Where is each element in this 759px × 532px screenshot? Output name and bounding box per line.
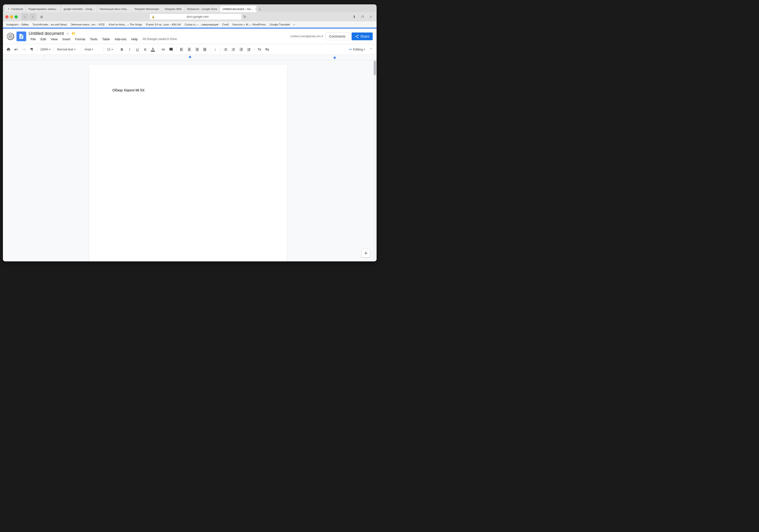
tab-telegram[interactable]: Telegram Messenger bbox=[132, 6, 162, 12]
comment-icon bbox=[169, 48, 173, 52]
indent-more-button[interactable] bbox=[245, 46, 253, 53]
editing-mode-button[interactable]: ✏ Editing ▾ bbox=[347, 46, 367, 53]
toolbar-divider-8 bbox=[210, 47, 210, 52]
menu-view[interactable]: View bbox=[49, 37, 60, 42]
line-spacing-button[interactable]: ↕ bbox=[212, 46, 219, 53]
collapse-toolbar-button[interactable]: ⌃ bbox=[367, 46, 375, 53]
docs-main-area: Обзор Xiaomi Mi 5X bbox=[3, 60, 377, 261]
share-page-button[interactable]: ⊓ bbox=[359, 13, 366, 20]
print-icon bbox=[7, 48, 11, 52]
toolbar-divider-5 bbox=[116, 47, 117, 52]
numbered-list-button[interactable] bbox=[222, 46, 229, 53]
docs-sidebar-right bbox=[333, 60, 373, 261]
tab-close-icon[interactable]: ✕ bbox=[255, 8, 257, 11]
font-size-select[interactable]: 11 ▾ bbox=[105, 46, 115, 53]
docs-hamburger-menu[interactable] bbox=[7, 33, 14, 40]
indent-less-button[interactable] bbox=[238, 46, 245, 53]
bookmark-instagram[interactable]: Instagram – Лайки bbox=[5, 22, 30, 26]
close-button[interactable] bbox=[5, 15, 9, 19]
toolbar-divider-7 bbox=[176, 47, 177, 52]
bold-button[interactable]: B bbox=[118, 46, 125, 53]
menu-insert[interactable]: Insert bbox=[60, 37, 72, 42]
redo-button[interactable] bbox=[20, 46, 28, 53]
toolbar-divider-9 bbox=[220, 47, 220, 52]
scrollbar-thumb[interactable] bbox=[374, 60, 376, 75]
strikethrough-button[interactable]: S bbox=[141, 46, 149, 53]
tab-telegram-web[interactable]: Telegram Web bbox=[162, 6, 184, 12]
url-text[interactable]: docs.google.com bbox=[156, 15, 239, 19]
tab-facebook[interactable]: f Facebook bbox=[5, 6, 25, 12]
menu-table[interactable]: Table bbox=[100, 37, 112, 42]
folder-icon[interactable]: 📁 bbox=[71, 31, 76, 36]
download-button[interactable]: ⬇ bbox=[351, 13, 358, 20]
menu-help[interactable]: Help bbox=[129, 37, 140, 42]
zoom-select[interactable]: 100% ▾ bbox=[39, 46, 52, 53]
menu-edit[interactable]: Edit bbox=[39, 37, 48, 42]
font-color-button[interactable]: A bbox=[149, 46, 156, 53]
bookmark-snob[interactable]: Сноб bbox=[221, 22, 230, 26]
align-center-button[interactable] bbox=[186, 46, 193, 53]
tab-gtranslate[interactable]: google translate – Goog... bbox=[61, 6, 97, 12]
print-button[interactable] bbox=[5, 46, 12, 53]
share-button[interactable]: Share bbox=[352, 32, 373, 40]
docs-page-content[interactable]: Обзор Xiaomi Mi 5X bbox=[112, 88, 264, 93]
tabs-bar: f Facebook Редактировать запись... googl… bbox=[3, 4, 377, 12]
language-button[interactable]: Ру bbox=[263, 46, 271, 53]
new-tab-button[interactable]: ＋ bbox=[257, 6, 263, 12]
docs-page[interactable]: Обзор Xiaomi Mi 5X bbox=[89, 65, 287, 261]
menu-format[interactable]: Format bbox=[73, 37, 87, 42]
bookmark-epic[interactable]: Эпичные книги...ги». - VICE bbox=[69, 22, 106, 26]
tab-untitled[interactable]: Untitled document – Go... ✕ bbox=[220, 6, 257, 12]
user-info[interactable]: luchkov.1van@gmail.com ▾ bbox=[291, 35, 323, 38]
docs-document-title[interactable]: Untitled document bbox=[29, 31, 64, 36]
paint-format-button[interactable] bbox=[28, 46, 35, 53]
tab-view-button[interactable]: ⊞ bbox=[38, 13, 45, 20]
tab-wylsacom[interactable]: Wylsacom - Google Drive bbox=[185, 6, 220, 12]
bookmark-ya-vzyal[interactable]: Я взял 14 ча...шло – AIN.UA bbox=[144, 22, 182, 26]
menu-file[interactable]: File bbox=[29, 37, 38, 42]
address-bar-container: 🔒 docs.google.com ↻ bbox=[49, 14, 346, 20]
underline-button[interactable]: U bbox=[134, 46, 141, 53]
docs-title-icons: ☆ 📁 bbox=[66, 31, 76, 36]
clear-format-button[interactable]: Tx bbox=[256, 46, 263, 53]
undo-button[interactable] bbox=[13, 46, 20, 53]
refresh-button[interactable]: ↻ bbox=[243, 15, 246, 19]
traffic-lights bbox=[5, 15, 18, 19]
bookmark-bot[interactable]: A bot on Ama... – The Verge bbox=[107, 22, 143, 26]
tab-favicon-facebook: f bbox=[7, 8, 10, 11]
menu-addons[interactable]: Add-ons bbox=[113, 37, 128, 42]
toolbar-divider-6 bbox=[158, 47, 158, 52]
paint-format-icon bbox=[30, 48, 34, 52]
bullet-list-button[interactable] bbox=[230, 46, 237, 53]
comment-button[interactable] bbox=[167, 46, 175, 53]
fullscreen-button[interactable]: ⤢ bbox=[367, 13, 374, 20]
star-icon[interactable]: ☆ bbox=[66, 31, 70, 36]
vertical-scrollbar[interactable] bbox=[373, 60, 377, 261]
bookmark-konsol[interactable]: Консоль « W...– WordPress bbox=[231, 22, 267, 26]
address-bar[interactable]: 🔒 docs.google.com bbox=[149, 14, 242, 20]
comments-button[interactable]: Comments bbox=[325, 32, 349, 40]
editing-chevron-icon: ▾ bbox=[364, 48, 365, 51]
menu-tools[interactable]: Tools bbox=[88, 37, 99, 42]
tab-redact[interactable]: Редактировать запись... bbox=[26, 6, 61, 12]
align-right-button[interactable] bbox=[193, 46, 201, 53]
font-color-swatch bbox=[151, 51, 155, 52]
indent-more-icon bbox=[247, 48, 251, 52]
smart-compose-button[interactable] bbox=[362, 249, 370, 257]
bookmark-cossa[interactable]: Cossa.ru — ...оммуникации bbox=[183, 22, 220, 26]
bookmark-gtranslate[interactable]: Google Translate bbox=[268, 22, 292, 26]
link-button[interactable] bbox=[160, 46, 167, 53]
font-select[interactable]: Arial ▾ bbox=[83, 46, 102, 53]
tab-scales[interactable]: Напольные весы Xiao... bbox=[97, 6, 132, 12]
document-paragraph-1[interactable]: Обзор Xiaomi Mi 5X bbox=[112, 88, 264, 93]
bookmarks-more[interactable]: » bbox=[292, 22, 296, 26]
bookmark-toucharcade[interactable]: TouchArcade:...ws and News bbox=[31, 22, 68, 26]
style-select[interactable]: Normal text ▾ bbox=[55, 46, 80, 53]
justify-button[interactable] bbox=[201, 46, 209, 53]
italic-button[interactable]: I bbox=[126, 46, 133, 53]
maximize-button[interactable] bbox=[15, 15, 18, 19]
minimize-button[interactable] bbox=[10, 15, 13, 19]
back-button[interactable]: ‹ bbox=[21, 13, 28, 20]
align-left-button[interactable] bbox=[178, 46, 185, 53]
forward-button[interactable]: › bbox=[29, 13, 36, 20]
